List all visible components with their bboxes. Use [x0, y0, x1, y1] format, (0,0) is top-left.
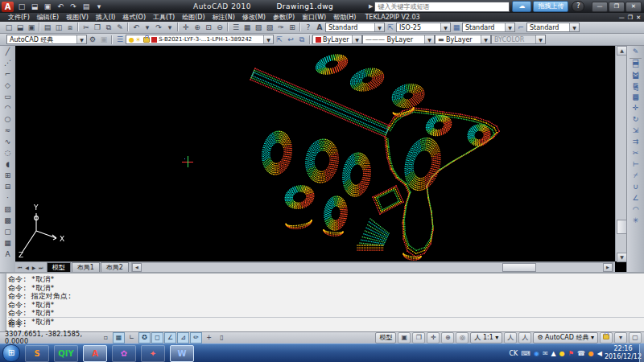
qat-open-icon[interactable]: ⬓	[29, 2, 40, 11]
speaker-icon[interactable]: ◀	[597, 350, 602, 357]
dyn-icon[interactable]: ✏	[190, 332, 202, 343]
chevron-down-icon[interactable]: ▼	[374, 23, 384, 31]
point-icon[interactable]: ·	[2, 192, 14, 204]
color-combo[interactable]: ByLayer ▼	[312, 35, 362, 44]
orange-dot-icon[interactable]: ●	[588, 350, 594, 357]
layer-on-bulb-icon[interactable]: ●	[129, 36, 134, 43]
workspace-combo[interactable]: AutoCAD 经典▼	[6, 35, 87, 44]
clean-screen-icon[interactable]: ▢	[629, 332, 642, 343]
copy-clip-icon[interactable]: ❐	[92, 23, 103, 33]
menu-修改(M)[interactable]: 修改(M)	[242, 13, 266, 22]
open-icon[interactable]: ⬓	[14, 23, 26, 33]
hscroll-thumb[interactable]	[502, 263, 536, 272]
qat-dropdown-icon[interactable]: ▾	[93, 2, 105, 11]
menu-文件(F)[interactable]: 文件(F)	[8, 13, 30, 22]
qat-save-icon[interactable]: ▣	[42, 2, 53, 11]
layer-lock-icon[interactable]	[143, 37, 150, 43]
otrack-icon[interactable]: ∠	[164, 332, 176, 343]
qp-icon[interactable]: ▯	[216, 332, 228, 343]
lineweight-combo[interactable]: ▬ ByLayer ▼	[435, 35, 491, 44]
autocad-icon[interactable]: A	[83, 345, 107, 362]
minimize-button[interactable]: —	[592, 2, 608, 12]
plot-icon[interactable]: ▤	[42, 23, 53, 33]
start-button[interactable]: ⊞	[2, 344, 20, 362]
lwt-icon[interactable]: +	[203, 332, 215, 343]
annotation-auto-icon[interactable]: 人	[518, 332, 531, 343]
dim-style-combo[interactable]: ISO-25▼	[396, 23, 451, 32]
command-window[interactable]: 命令: *取消* 命令: *取消* 命令: 指定对角点: 命令: *取消* 命令…	[0, 272, 644, 331]
annotation-scale-button[interactable]: 人 1:1 ▾	[470, 332, 502, 343]
blue-badge-icon[interactable]: ◉	[534, 350, 539, 357]
qat-new-icon[interactable]: □	[16, 2, 27, 11]
quickcalc-icon[interactable]: ⊞	[287, 23, 298, 33]
doc-close-button[interactable]: ✕	[636, 14, 641, 21]
arc-icon[interactable]: ◠	[2, 102, 14, 113]
snap-icon[interactable]: ▫	[100, 332, 112, 343]
phone-icon[interactable]: ☎	[577, 350, 585, 357]
bring-to-front-icon[interactable]: ⬒	[630, 59, 642, 70]
upload-button[interactable]: 拖拽上传	[533, 1, 568, 12]
make-block-icon[interactable]: ⊟	[2, 181, 14, 192]
layer-freeze-sun-icon[interactable]: ☀	[135, 36, 141, 43]
circle-icon[interactable]: ○	[2, 113, 14, 125]
layer-states-icon[interactable]: ⧉	[296, 35, 308, 45]
insert-block-icon[interactable]: ⊞	[2, 170, 14, 181]
region-icon[interactable]: ▢	[2, 226, 14, 237]
pan-icon[interactable]: ✛	[427, 332, 440, 343]
flag-icon[interactable]: ⚑	[568, 350, 574, 357]
ime-indicator[interactable]: CK	[510, 350, 518, 357]
hatch-icon[interactable]: ▨	[2, 204, 14, 215]
multiline-text-icon[interactable]: A	[2, 249, 14, 260]
close-button[interactable]: ✕	[625, 2, 642, 12]
table-icon[interactable]: ▦	[2, 237, 14, 249]
join-icon[interactable]: ∪	[630, 181, 642, 192]
steeringwheel-icon[interactable]: ◎	[456, 332, 469, 343]
send-to-back-icon[interactable]: ⬓	[630, 70, 642, 81]
layer-previous-icon[interactable]: ↩	[285, 35, 296, 45]
chevron-down-icon[interactable]: ▼	[76, 35, 86, 43]
chamfer-icon[interactable]: ∠	[630, 192, 642, 204]
redo-icon[interactable]: ↷	[153, 23, 164, 33]
bring-above-icon[interactable]: ⧎	[630, 81, 642, 93]
rectangle-icon[interactable]: ▭	[2, 91, 14, 102]
scroll-left-icon[interactable]: ◀	[132, 263, 142, 272]
vscroll-thumb[interactable]	[617, 220, 627, 234]
status-menu-chevron-icon[interactable]: ▾	[614, 332, 627, 343]
undo-list-icon[interactable]: ▾	[142, 23, 153, 33]
annotation-visibility-icon[interactable]: 人	[504, 332, 517, 343]
workspace-switch-button[interactable]: ⚙ AutoCAD 经典 ▾	[533, 332, 598, 343]
text-style-combo[interactable]: Standard▼	[325, 23, 385, 32]
cloud-icon[interactable]: ☁	[512, 1, 531, 12]
break-icon[interactable]: ⌿	[630, 170, 642, 181]
chevron-down-icon[interactable]: ▼	[263, 35, 273, 43]
tray-expand-icon[interactable]: ▲	[551, 350, 556, 357]
redo-list-icon[interactable]: ▾	[164, 23, 175, 33]
menu-窗口(W)[interactable]: 窗口(W)	[302, 13, 326, 22]
command-window-grip[interactable]	[0, 274, 6, 333]
qat-plot-icon[interactable]: ▤	[80, 2, 92, 11]
mleader-style-combo[interactable]: Standard▼	[526, 23, 580, 32]
mleader-style-icon[interactable]: ⌐	[515, 23, 526, 33]
scale-icon[interactable]: ⇲	[630, 125, 642, 136]
extend-icon[interactable]: ⊢	[630, 158, 642, 170]
restore-button[interactable]: ❐	[609, 2, 625, 12]
tab-nav-arrows[interactable]: ⏮ ◀ ▶ ⏭	[18, 265, 44, 271]
table-style-combo[interactable]: Standard▼	[462, 23, 515, 32]
qat-redo-icon[interactable]: ↷	[68, 2, 79, 11]
doc-minimize-button[interactable]: —	[619, 14, 625, 21]
properties-icon[interactable]: ☰	[230, 23, 242, 33]
doc-restore-button[interactable]: ❐	[628, 14, 633, 21]
gradient-icon[interactable]: ▩	[2, 215, 14, 226]
match-properties-icon[interactable]: ✎	[114, 23, 126, 33]
ortho-icon[interactable]: ∟	[126, 332, 138, 343]
stretch-icon[interactable]: ⇉	[630, 136, 642, 147]
zoom-window-icon[interactable]: ⊡	[203, 23, 214, 33]
make-current-icon[interactable]: ⇱	[274, 35, 285, 45]
taskbar-clock[interactable]: 22:16 2016/12/12	[604, 345, 642, 361]
chevron-down-icon[interactable]: ▼	[424, 35, 434, 43]
chevron-down-icon[interactable]: ▼	[569, 23, 579, 31]
menu-插入(I)[interactable]: 插入(I)	[96, 13, 116, 22]
toolbar-lock-icon[interactable]	[600, 332, 613, 343]
save-icon[interactable]: ▣	[26, 23, 37, 33]
search-arrow-icon[interactable]: ▶	[369, 3, 373, 10]
